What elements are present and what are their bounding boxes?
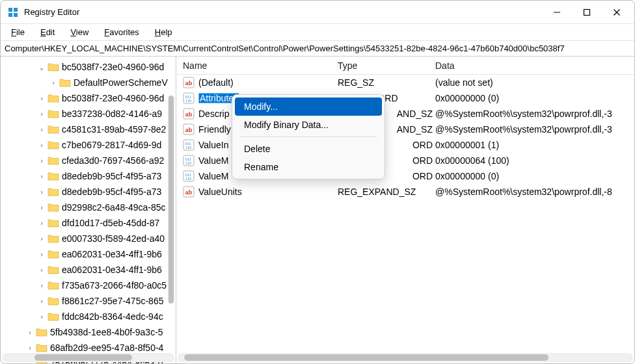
tree-item-label: d92998c2-6a48-49ca-85c — [62, 202, 166, 213]
window-title: Registry Editor — [24, 7, 79, 17]
tree-item[interactable]: ›ea062031-0e34-4ff1-9b6 — [1, 246, 176, 262]
tree-item[interactable]: ›f8861c27-95e7-475c-865 — [1, 293, 176, 309]
values-pane[interactable]: Name Type Data (Default)REG_SZ(value not… — [176, 57, 634, 363]
chevron-down-icon[interactable]: ⌄ — [37, 63, 46, 72]
chevron-right-icon[interactable]: › — [25, 344, 34, 352]
tree-item[interactable]: ›fddc842b-8364-4edc-94c — [1, 309, 176, 324]
tree-item[interactable]: ›bc5038f7-23e0-4960-96d — [1, 90, 176, 106]
tree-item[interactable]: ›DefaultPowerSchemeV — [1, 75, 176, 90]
folder-icon — [47, 93, 59, 103]
chevron-right-icon[interactable]: › — [37, 141, 46, 150]
tree-horizontal-scrollbar[interactable] — [2, 353, 174, 362]
dword-value-icon — [183, 155, 195, 166]
folder-icon — [47, 218, 59, 228]
tree-item-label: 68afb2d9-ee95-47a8-8f50-4 — [50, 343, 163, 353]
minimize-button[interactable] — [542, 3, 572, 22]
menu-help[interactable]: Help — [148, 26, 179, 38]
value-data: @%SystemRoot%\system32\powrprof.dll,-3 — [435, 109, 634, 119]
string-value-icon — [183, 108, 195, 120]
folder-icon — [47, 311, 59, 322]
folder-icon — [36, 327, 47, 337]
chevron-right-icon[interactable]: › — [37, 110, 46, 118]
context-menu-modify-binary[interactable]: Modify Binary Data... — [235, 116, 382, 134]
folder-icon — [47, 155, 59, 166]
menu-file[interactable]: File — [5, 26, 31, 38]
value-data: 0x00000000 (0) — [435, 171, 634, 181]
dword-value-icon — [183, 139, 195, 151]
folder-icon — [47, 280, 59, 291]
svg-rect-2 — [8, 13, 12, 17]
chevron-right-icon[interactable]: › — [49, 79, 58, 87]
close-button[interactable] — [602, 3, 632, 22]
value-row[interactable]: ValueUnitsREG_EXPAND_SZ@%SystemRoot%\sys… — [176, 184, 634, 200]
values-horizontal-scrollbar[interactable] — [178, 353, 633, 362]
tree-item[interactable]: ›5fb4938d-1ee8-4b0f-9a3c-5 — [1, 324, 176, 340]
address-bar[interactable]: Computer\HKEY_LOCAL_MACHINE\SYSTEM\Curre… — [1, 41, 634, 57]
tree-item[interactable]: ›f735a673-2066-4f80-a0c5 — [1, 278, 176, 293]
value-data: 0x00000000 (0) — [435, 93, 634, 103]
tree-item-label: d8edeb9b-95cf-4f95-a73 — [62, 187, 161, 197]
column-name[interactable]: Name — [176, 60, 338, 71]
chevron-right-icon[interactable]: › — [37, 281, 46, 290]
chevron-right-icon[interactable]: › — [37, 219, 46, 228]
chevron-right-icon[interactable]: › — [37, 203, 46, 212]
tree-item[interactable]: ›be337238-0d82-4146-a9 — [1, 106, 176, 122]
tree-item[interactable]: ›ea062031-0e34-4ff1-9b6 — [1, 262, 176, 278]
tree-pane[interactable]: ⌄bc5038f7-23e0-4960-96d›DefaultPowerSche… — [1, 57, 176, 363]
chevron-right-icon[interactable]: › — [37, 188, 46, 196]
chevron-right-icon[interactable]: › — [25, 328, 34, 337]
svg-rect-3 — [14, 13, 18, 17]
chevron-right-icon[interactable]: › — [37, 297, 46, 306]
context-menu-modify[interactable]: Modify... — [235, 98, 382, 116]
svg-rect-0 — [8, 8, 12, 12]
tree-item-label: DefaultPowerSchemeV — [74, 77, 168, 88]
context-menu-separator — [240, 136, 377, 137]
value-name: ValueIn — [198, 140, 228, 150]
tree-item[interactable]: ›c7be0679-2817-4d69-9d — [1, 137, 176, 153]
menu-edit[interactable]: Edit — [34, 26, 61, 38]
tree-item-label: 5fb4938d-1ee8-4b0f-9a3c-5 — [50, 327, 163, 337]
chevron-right-icon[interactable]: › — [37, 250, 46, 259]
tree-item[interactable]: ›c4581c31-89ab-4597-8e2 — [1, 122, 176, 137]
chevron-right-icon[interactable]: › — [37, 266, 46, 274]
chevron-right-icon[interactable]: › — [37, 157, 46, 165]
context-menu-rename[interactable]: Rename — [235, 158, 382, 176]
string-value-icon — [183, 124, 195, 135]
value-name: ValueUnits — [198, 187, 242, 197]
value-name: (Default) — [198, 77, 234, 88]
column-type[interactable]: Type — [338, 60, 435, 71]
tree-item[interactable]: ›dfd10d17-d5eb-45dd-87 — [1, 215, 176, 231]
chevron-right-icon[interactable]: › — [37, 94, 46, 103]
column-data[interactable]: Data — [435, 60, 634, 71]
list-header[interactable]: Name Type Data — [176, 57, 634, 75]
tree-item-label: f8861c27-95e7-475c-865 — [62, 296, 163, 306]
menu-view[interactable]: View — [64, 26, 95, 38]
tree-item[interactable]: ›d92998c2-6a48-49ca-85c — [1, 200, 176, 215]
tree-vertical-scrollbar[interactable] — [168, 96, 174, 304]
tree-item[interactable]: ›e0007330-f589-42ed-a40 — [1, 231, 176, 246]
tree-item-label: ea062031-0e34-4ff1-9b6 — [62, 265, 162, 275]
context-menu-delete[interactable]: Delete — [235, 140, 382, 158]
value-name: Descrip — [198, 109, 229, 119]
tree-item-label: d8edeb9b-95cf-4f95-a73 — [62, 171, 161, 181]
tree-item[interactable]: ›d8edeb9b-95cf-4f95-a73 — [1, 184, 176, 200]
tree-item-label: cfeda3d0-7697-4566-a92 — [62, 155, 164, 166]
chevron-right-icon[interactable]: › — [37, 125, 46, 134]
tree-item[interactable]: ›d8edeb9b-95cf-4f95-a73 — [1, 168, 176, 184]
maximize-button[interactable] — [572, 3, 602, 22]
value-row[interactable]: (Default)REG_SZ(value not set) — [176, 75, 634, 90]
tree-item-label: c7be0679-2817-4d69-9d — [62, 140, 161, 150]
chevron-right-icon[interactable]: › — [37, 235, 46, 243]
tree-item-label: ea062031-0e34-4ff1-9b6 — [62, 249, 162, 259]
context-menu: Modify... Modify Binary Data... Delete R… — [232, 94, 385, 179]
value-name: Friendly — [198, 124, 231, 135]
chevron-right-icon[interactable]: › — [37, 172, 46, 181]
folder-icon — [36, 343, 47, 353]
tree-item-label: f735a673-2066-4f80-a0c5 — [62, 280, 167, 291]
folder-icon — [47, 296, 59, 306]
tree-item[interactable]: ⌄bc5038f7-23e0-4960-96d — [1, 59, 176, 75]
chevron-right-icon[interactable]: › — [37, 313, 46, 321]
menu-favorites[interactable]: Favorites — [98, 26, 145, 38]
tree-item[interactable]: ›cfeda3d0-7697-4566-a92 — [1, 153, 176, 168]
titlebar: Registry Editor — [1, 1, 634, 24]
